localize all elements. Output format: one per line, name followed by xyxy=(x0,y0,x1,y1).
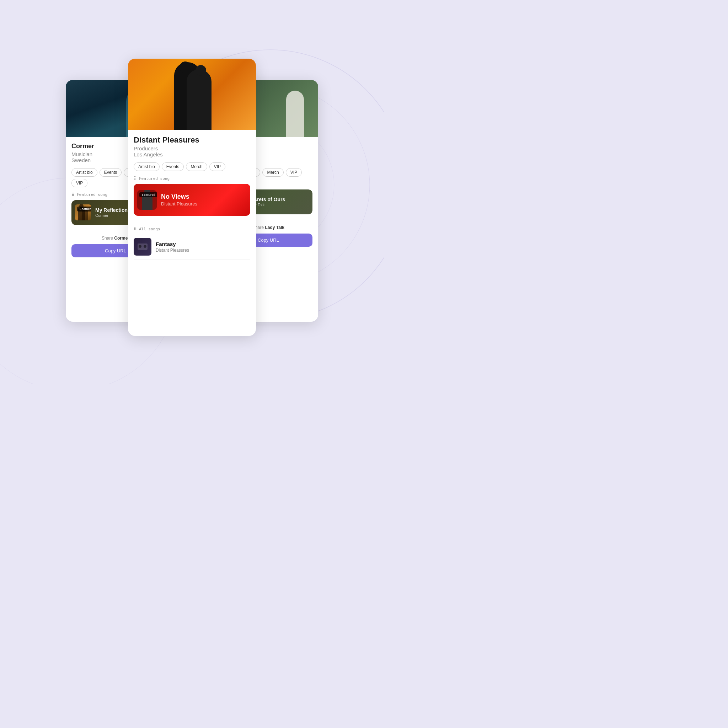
cards-container: Cormer Musician Sweden Artist bio Events… xyxy=(59,59,325,325)
card-center: Distant Pleasures Producers Los Angeles … xyxy=(128,59,256,336)
featured-badge-center: Featured xyxy=(139,192,157,197)
dots-icon-center: ⠿ xyxy=(134,176,137,181)
tag-events-center[interactable]: Events xyxy=(162,162,184,171)
tag-vip-right[interactable]: VIP xyxy=(286,168,302,177)
featured-badge-left: Featured xyxy=(77,206,91,211)
tag-merch-right[interactable]: Merch xyxy=(262,168,283,177)
tags-center: Artist bio Events Merch VIP xyxy=(134,162,250,171)
song-artist-center: Distant Pleasures xyxy=(161,201,247,206)
song-list-thumb-fantasy xyxy=(134,238,151,255)
song-thumb-left: Featured xyxy=(75,204,91,220)
song-info-right: Secrets of Ours Lady Talk xyxy=(248,197,309,207)
tag-vip-left[interactable]: VIP xyxy=(72,179,87,187)
song-list-artist-fantasy: Distant Pleasures xyxy=(156,248,189,253)
tag-merch-center[interactable]: Merch xyxy=(186,162,207,171)
song-list-info-fantasy: Fantasy Distant Pleasures xyxy=(156,241,189,253)
tag-artist-bio-center[interactable]: Artist bio xyxy=(134,162,160,171)
tag-events-left[interactable]: Events xyxy=(99,168,122,177)
song-title-right: Secrets of Ours xyxy=(248,197,309,202)
card-body-center: Distant Pleasures Producers Los Angeles … xyxy=(128,130,256,222)
artist-name-center: Distant Pleasures xyxy=(134,135,250,145)
dots-icon-left: ⠿ xyxy=(72,192,75,197)
song-title-center: No Views xyxy=(161,193,247,200)
tag-vip-center[interactable]: VIP xyxy=(210,162,225,171)
song-list-item-fantasy[interactable]: Fantasy Distant Pleasures xyxy=(134,234,250,260)
all-songs-label: ⠿ All songs xyxy=(134,226,250,231)
tag-artist-bio-left[interactable]: Artist bio xyxy=(72,168,97,177)
all-songs-section: ⠿ All songs Fantasy Distant Pleasures xyxy=(128,226,256,265)
song-info-center: No Views Distant Pleasures xyxy=(161,193,247,206)
song-thumb-center: Featured xyxy=(137,190,157,210)
dots-icon-all: ⠿ xyxy=(134,226,137,231)
artist-type-center: Producers xyxy=(134,145,250,151)
artist-image-center xyxy=(128,59,256,130)
featured-song-center[interactable]: Featured No Views Distant Pleasures xyxy=(134,184,250,216)
featured-section-center: ⠿ Featured song xyxy=(134,176,250,181)
artist-location-center: Los Angeles xyxy=(134,151,250,158)
song-artist-right: Lady Talk xyxy=(248,203,309,207)
song-list-title-fantasy: Fantasy xyxy=(156,241,189,247)
